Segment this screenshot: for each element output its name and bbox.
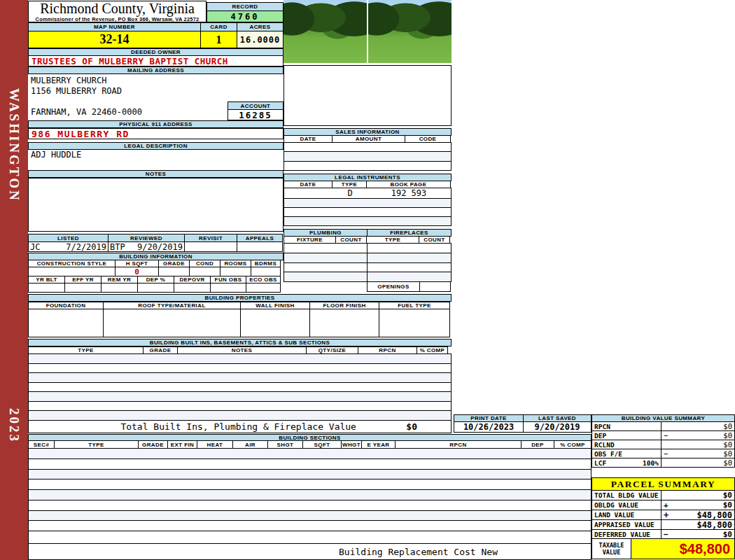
ps-row-label: OBLDG VALUE [592, 500, 662, 510]
built-ins-total-value: $0 [406, 421, 451, 432]
card-value: 1 [200, 31, 237, 48]
built-ins-empty-rows [28, 354, 451, 421]
account-value: 16285 [227, 109, 284, 120]
taxable-value-label: TAXABLE VALUE [592, 538, 631, 559]
fuel-type-value [379, 309, 450, 337]
openings-value [419, 281, 451, 292]
acres-value: 16.0000 [237, 31, 284, 48]
deppct-value [137, 283, 174, 293]
bvs-row-label: RPCN [592, 421, 662, 431]
depovr-value [174, 283, 211, 293]
property-photo-1[interactable] [284, 0, 367, 63]
roof-type-value [103, 309, 241, 337]
sales-empty-rows [284, 142, 451, 171]
mailing-line-1: MULBERRY CHURCH [31, 76, 284, 86]
ps-row-label: APPRAISED VALUE [592, 519, 662, 530]
county-title: Richmond County, Virginia [29, 1, 206, 16]
revisit-value [184, 241, 237, 252]
photo-placeholder-box [284, 65, 451, 126]
notes-box [28, 178, 284, 232]
funobs-value [210, 283, 246, 293]
rooms-value [220, 267, 251, 276]
physical-address-value: 986 MULBERRY RD [28, 128, 284, 139]
hsqft-value: 0 [115, 267, 159, 276]
last-saved-value: 9/20/2019 [523, 421, 592, 433]
listed-value: JC7/2/2019 [28, 241, 108, 252]
grade-value [158, 267, 190, 276]
reviewed-value: BTP9/20/2019 [108, 241, 185, 252]
openings-row: OPENINGS [367, 281, 451, 292]
li-date-value [284, 188, 333, 198]
legal-instrument-row: D 192 593 [284, 188, 451, 199]
ps-row-label: LAND VALUE [592, 510, 662, 520]
review-value-row: JC7/2/2019 BTP9/20/2019 [28, 241, 283, 252]
bvs-row-label: RCLND [592, 440, 662, 449]
photo-strip [284, 0, 451, 63]
county-title-box: Richmond County, Virginia Commissioner o… [28, 1, 206, 22]
taxable-value-row: TAXABLE VALUE $48,800 [592, 538, 735, 559]
deeded-owner-value: TRUSTEES OF MULBERRY BAPTIST CHURCH [28, 55, 284, 66]
physical-address-label: PHYSICAL 911 ADDRESS [28, 120, 284, 128]
replacement-cost-row: Building Replacement Cost New [28, 543, 592, 560]
sidebar-county-label: WASHINGTON [6, 88, 22, 202]
mailing-address-label: MAILING ADDRESS [28, 66, 284, 74]
bottom-spacer-row [28, 531, 592, 544]
ps-row-value-cell: $48,800 [661, 519, 735, 530]
legal-description-label: LEGAL DESCRIPTION [28, 142, 284, 150]
construction-style-value [28, 267, 115, 276]
ps-row-value-cell: $0 [661, 490, 735, 500]
record-value: 4760 [206, 10, 284, 22]
ps-row-label: TOTAL BLDG VALUE [592, 490, 662, 500]
print-date-value: 10/26/2023 [454, 421, 524, 433]
mailing-line-2: 1156 MULBERRY ROAD [31, 86, 284, 97]
building-properties-title: BUILDING PROPERTIES [28, 294, 451, 302]
property-photo-2[interactable] [368, 0, 451, 63]
floor-finish-value [309, 309, 379, 337]
bvs-row-label: LCF 100% [592, 458, 662, 468]
built-ins-title: BUILDING BUILT INS, BASEMENTS, ATTICS & … [28, 339, 451, 346]
foundation-value [28, 309, 104, 337]
legal-description-value: ADJ HUDDLE [28, 150, 284, 160]
building-value-summary-table: RPCN $0 DEP − $0 RCLND $0 OBS F/E − $0 L… [592, 421, 735, 468]
yrblt-value [28, 283, 65, 293]
sidebar-year-label: 2023 [6, 408, 22, 443]
effyr-value [64, 283, 102, 293]
ps-row-value-cell: + $0 [661, 500, 735, 510]
building-info-value-row1: 0 [28, 267, 281, 276]
built-ins-total-row: Total Built Ins, Plumbing & Fireplace Va… [28, 420, 451, 433]
map-number-value: 32-14 [28, 31, 201, 48]
bvs-row-value-cell: $0 [661, 421, 735, 431]
plumbing-fireplaces-rows [284, 243, 451, 282]
taxable-value-amount: $48,800 [631, 538, 735, 559]
ecoobs-value [246, 283, 281, 293]
built-ins-total-label: Total Built Ins, Plumbing & Fireplace Va… [29, 421, 406, 432]
county-subtitle: Commissioner of the Revenue, PO Box 366,… [29, 16, 206, 22]
bvs-row-value-cell: − $0 [661, 430, 735, 440]
bvs-row-label: OBS F/E [592, 449, 662, 458]
building-sections-empty-rows [28, 448, 592, 531]
cond-value [189, 267, 220, 276]
legal-instruments-rows: D 192 593 [284, 188, 451, 226]
bdrms-value [251, 267, 281, 276]
sidebar-band: WASHINGTON 2023 [0, 0, 28, 560]
building-properties-value-row [28, 309, 450, 337]
bvs-row-value-cell: − $0 [661, 449, 735, 458]
replacement-cost-label: Building Replacement Cost New [29, 547, 591, 557]
print-info-value-row: 10/26/2023 9/20/2019 [454, 421, 592, 433]
bvs-row-value-cell: $0 [661, 458, 735, 468]
remyr-value [101, 283, 138, 293]
appeals-value [237, 241, 283, 252]
bvs-row-label: DEP [592, 430, 662, 440]
wall-finish-value [240, 309, 310, 337]
parcel-summary-table: TOTAL BLDG VALUE $0 OBLDG VALUE + $0 LAN… [592, 490, 735, 540]
parcel-summary-title: PARCEL SUMMARY [592, 477, 735, 491]
li-type-value: D [332, 188, 368, 198]
notes-label: NOTES [28, 170, 284, 178]
openings-label: OPENINGS [367, 281, 420, 292]
building-info-value-row2 [28, 283, 281, 293]
ps-row-value-cell: + $48,800 [661, 510, 735, 520]
li-bookpage-value: 192 593 [367, 188, 451, 198]
bvs-row-value-cell: $0 [661, 440, 735, 449]
